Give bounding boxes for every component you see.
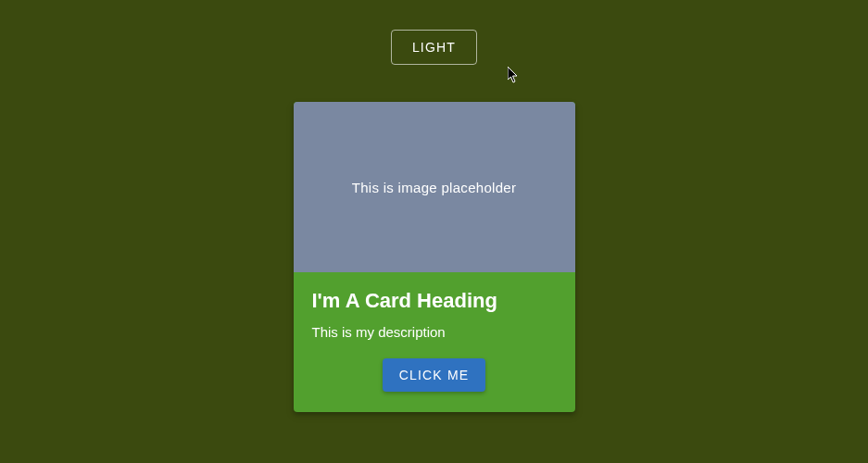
card-action-button[interactable]: CLICK ME	[383, 358, 486, 392]
card-image-placeholder: This is image placeholder	[294, 102, 575, 272]
card-description: This is my description	[312, 324, 557, 340]
cursor-icon	[508, 67, 521, 83]
card-body: I'm A Card Heading This is my descriptio…	[294, 272, 575, 412]
card: This is image placeholder I'm A Card Hea…	[294, 102, 575, 412]
card-heading: I'm A Card Heading	[312, 289, 557, 313]
theme-toggle-button[interactable]: LIGHT	[391, 30, 477, 65]
